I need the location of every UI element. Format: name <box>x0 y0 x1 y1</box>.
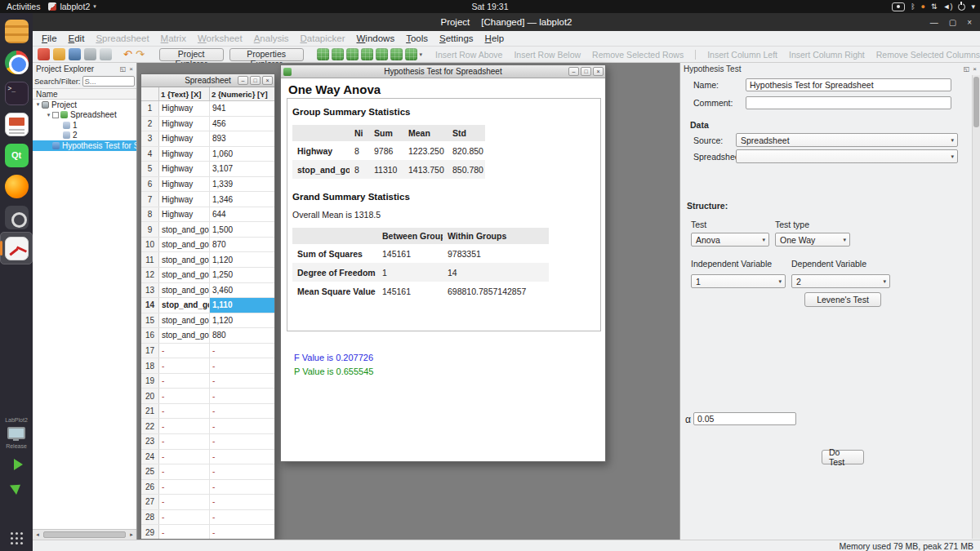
cell-text[interactable]: stop_and_go <box>159 313 210 328</box>
cell-value[interactable]: - <box>210 480 274 495</box>
action-insert-column-right[interactable]: Insert Column Right <box>789 50 865 60</box>
row-header[interactable]: 21 <box>141 404 159 419</box>
search-input[interactable]: S... <box>82 76 136 87</box>
cell-value[interactable]: 3,460 <box>210 283 274 298</box>
menu-file[interactable]: File <box>36 33 63 44</box>
dock-chrome-launcher[interactable] <box>1 47 32 78</box>
maximize-button[interactable]: □ <box>581 67 591 76</box>
cell-text[interactable]: Highway <box>159 177 210 192</box>
cell-value[interactable]: - <box>210 510 274 525</box>
row-header[interactable]: 14 <box>141 298 159 313</box>
power-icon[interactable] <box>958 3 965 11</box>
row-header[interactable]: 3 <box>141 131 159 146</box>
menu-settings[interactable]: Settings <box>434 33 479 44</box>
cell-value[interactable]: - <box>210 525 274 539</box>
float-panel-icon[interactable]: ◱ <box>964 65 970 73</box>
cell-value[interactable]: 880 <box>210 328 274 343</box>
cell-text[interactable]: stop_and_go <box>159 222 210 237</box>
tree-column-header[interactable]: Name <box>33 88 136 100</box>
row-header[interactable]: 20 <box>141 389 159 403</box>
activities-button[interactable]: Activities <box>0 2 48 11</box>
scrollbar-thumb[interactable] <box>973 77 979 127</box>
row-header[interactable]: 24 <box>141 450 159 464</box>
cell-value[interactable]: - <box>210 344 274 358</box>
row-header[interactable]: 29 <box>141 525 159 539</box>
cell-text[interactable]: - <box>159 464 210 479</box>
expander-icon[interactable]: ▾ <box>45 112 52 118</box>
cell-text[interactable]: - <box>159 389 210 403</box>
hypothesis-test-window[interactable]: Hypothesis Test for Spreadsheet – □ × On… <box>280 64 606 462</box>
minimize-button[interactable]: — <box>930 18 938 27</box>
dock-files-launcher[interactable] <box>1 16 32 47</box>
levene-test-button[interactable]: Levene's Test <box>804 292 881 307</box>
row-header[interactable]: 5 <box>141 162 159 176</box>
menu-tools[interactable]: Tools <box>400 33 434 44</box>
minimize-button[interactable]: – <box>568 67 579 76</box>
scroll-left-icon[interactable]: ◂ <box>33 530 42 540</box>
tree-item-project[interactable]: ▾Project <box>33 100 136 110</box>
spreadsheet-tool-icon-6[interactable] <box>390 48 403 60</box>
dock-impress-launcher[interactable] <box>1 109 32 140</box>
horizontal-scrollbar[interactable]: ◂ ▸ <box>33 529 136 540</box>
row-header[interactable]: 27 <box>141 495 159 509</box>
row-header[interactable]: 28 <box>141 510 159 525</box>
cell-text[interactable]: stop_and_go <box>159 298 210 313</box>
spreadsheet-window[interactable]: Spreadsheet – □ × 1 {Text} [X] 2 {Numeri… <box>140 73 275 540</box>
spreadsheet-tool-icon-4[interactable] <box>361 48 373 60</box>
row-header[interactable]: 10 <box>141 238 159 252</box>
row-header[interactable]: 8 <box>141 207 159 222</box>
row-header[interactable]: 19 <box>141 374 159 389</box>
cell-value[interactable]: 1,250 <box>210 268 274 282</box>
spreadsheet-tool-icon-5[interactable] <box>376 48 388 60</box>
cell-text[interactable]: Highway <box>159 131 210 146</box>
save-icon[interactable] <box>69 48 81 60</box>
scrollbar-thumb[interactable] <box>43 531 126 538</box>
cell-value[interactable]: - <box>210 495 274 509</box>
cell-value[interactable]: 1,120 <box>210 313 274 328</box>
independent-variable-select[interactable]: 1 ▾ <box>691 274 786 288</box>
menu-help[interactable]: Help <box>479 33 510 44</box>
cell-text[interactable]: - <box>159 510 210 525</box>
cell-text[interactable]: - <box>159 434 210 449</box>
dock-qt-launcher[interactable] <box>1 140 32 171</box>
action-remove-selected-rows[interactable]: Remove Selected Rows <box>592 50 684 60</box>
cell-text[interactable]: - <box>159 358 210 373</box>
cell-text[interactable]: - <box>159 374 210 389</box>
menu-windows[interactable]: Windows <box>351 33 401 44</box>
dependent-variable-select[interactable]: 2 ▾ <box>791 274 890 288</box>
cell-value[interactable]: - <box>210 419 274 433</box>
spreadsheet-tool-icon-7[interactable] <box>405 48 417 60</box>
spreadsheet-tool-icon-1[interactable] <box>317 48 329 60</box>
display-icon[interactable] <box>7 427 25 439</box>
tree-item-2[interactable]: 2 <box>33 131 136 141</box>
menu-matrix[interactable]: Matrix <box>155 33 192 44</box>
row-header[interactable]: 17 <box>141 344 159 358</box>
row-header[interactable]: 18 <box>141 358 159 373</box>
cell-value[interactable]: 941 <box>210 101 274 116</box>
cell-value[interactable]: 893 <box>210 131 274 146</box>
menu-datapicker[interactable]: Datapicker <box>295 33 351 44</box>
name-input[interactable]: Hypothesis Test for Spreadsheet <box>746 78 951 91</box>
cell-value[interactable]: - <box>210 464 274 479</box>
row-header[interactable]: 6 <box>141 177 159 192</box>
test-type-select[interactable]: One Way ▾ <box>775 233 850 247</box>
test-select[interactable]: Anova ▾ <box>691 233 769 247</box>
close-panel-icon[interactable]: × <box>129 65 133 73</box>
cell-value[interactable]: 1,060 <box>210 147 274 162</box>
close-button[interactable]: × <box>967 18 972 27</box>
cell-value[interactable]: - <box>210 389 274 403</box>
cell-value[interactable]: - <box>210 358 274 373</box>
cell-text[interactable]: stop_and_go <box>159 268 210 282</box>
dropdown-arrow-icon[interactable]: ▾ <box>420 51 423 58</box>
cell-text[interactable]: Highway <box>159 101 210 116</box>
chevron-down-icon[interactable]: ▾ <box>971 2 975 11</box>
cell-text[interactable]: - <box>159 480 210 495</box>
checkbox-icon[interactable] <box>52 112 59 118</box>
network-icon[interactable]: ⇅ <box>931 2 938 11</box>
row-header[interactable]: 16 <box>141 328 159 343</box>
spreadsheet-window-titlebar[interactable]: Spreadsheet – □ × <box>141 74 274 87</box>
cell-text[interactable]: stop_and_go <box>159 328 210 343</box>
column-header-1[interactable]: 1 {Text} [X] <box>159 87 210 100</box>
scroll-right-icon[interactable]: ▸ <box>127 530 136 540</box>
row-header[interactable]: 15 <box>141 313 159 328</box>
